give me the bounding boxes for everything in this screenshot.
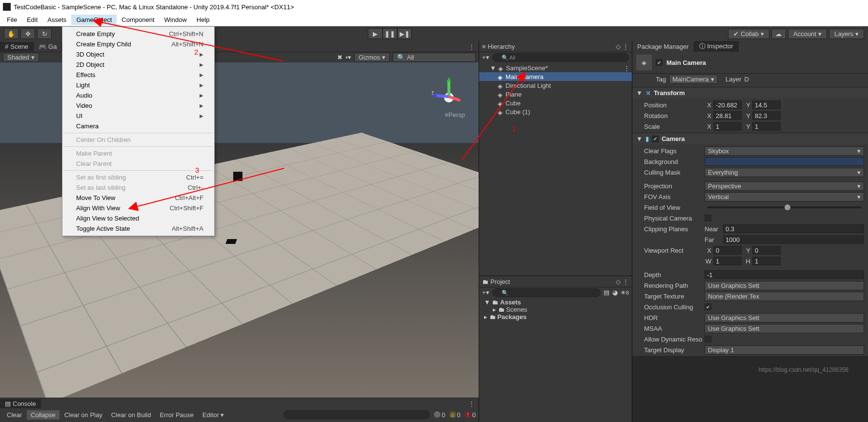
physical-camera-checkbox[interactable]	[705, 215, 711, 221]
move-tool-button[interactable]: ✥	[20, 28, 35, 39]
menu-item-move-to-view[interactable]: Move To ViewCtrl+Alt+F	[62, 193, 214, 203]
hierarchy-add-button[interactable]: +▾	[482, 54, 489, 61]
collab-dropdown[interactable]: ✔ Collab ▾	[728, 29, 769, 39]
menu-item-create-empty[interactable]: Create EmptyCtrl+Shift+N	[62, 29, 214, 39]
rotate-tool-button[interactable]: ↻	[37, 28, 52, 39]
menu-item-create-empty-child[interactable]: Create Empty ChildAlt+Shift+N	[62, 39, 214, 49]
hierarchy-scene-row[interactable]: ▼◈SampleScene*⋮	[479, 63, 632, 72]
project-hidden-button[interactable]: ◕	[612, 289, 618, 296]
menu-item-align-with-view[interactable]: Align With ViewCtrl+Shift+F	[62, 203, 214, 213]
tab-package-manager[interactable]: Package Manager	[632, 42, 694, 51]
menu-item-toggle-active-state[interactable]: Toggle Active StateAlt+Shift+A	[62, 223, 214, 234]
tab-game[interactable]: 🎮 Ga	[34, 42, 62, 51]
viewport-y-input[interactable]: 0	[752, 246, 781, 255]
project-row-assets[interactable]: ▼ 🖿 Assets	[479, 299, 632, 306]
menu-item-3d-object[interactable]: 3D Object▶	[62, 49, 214, 60]
hierarchy-menu-icon[interactable]: ⋮	[623, 43, 629, 50]
viewport-h-input[interactable]: 1	[752, 257, 781, 265]
console-collapse-button[interactable]: Collapse	[27, 410, 60, 420]
depth-input[interactable]: -1	[705, 270, 864, 279]
tab-scene[interactable]: # Scene	[0, 42, 34, 51]
layer-value[interactable]: D	[745, 76, 749, 83]
tab-console[interactable]: ▤ Console	[0, 399, 41, 408]
console-clear-play-button[interactable]: Clear on Play	[61, 410, 106, 420]
project-filter-button[interactable]: ▤	[604, 289, 609, 296]
orientation-gizmo[interactable]: z	[432, 72, 466, 106]
project-add-button[interactable]: +▾	[482, 289, 489, 296]
console-clear-build-button[interactable]: Clear on Build	[107, 410, 155, 420]
culling-mask-dropdown[interactable]: Everything▾	[705, 168, 864, 177]
scene-search[interactable]: 🔍 All	[393, 53, 476, 62]
gizmos-dropdown[interactable]: Gizmos ▾	[354, 53, 390, 62]
target-texture-field[interactable]: None (Render Tex	[705, 292, 864, 301]
menu-item-2d-object[interactable]: 2D Object▶	[62, 60, 214, 70]
project-row-packages[interactable]: ▸ 🖿 Packages	[479, 313, 632, 321]
tab-menu-icon[interactable]: ⋮	[464, 43, 479, 50]
menu-item-effects[interactable]: Effects▶	[62, 70, 214, 80]
hierarchy-lock-icon[interactable]: ◇	[616, 43, 621, 50]
menu-help[interactable]: Help	[192, 15, 215, 25]
hierarchy-row-main-camera[interactable]: ◈Main Camera	[479, 72, 632, 81]
hierarchy-search[interactable]: 🔍 All	[492, 53, 629, 62]
active-checkbox[interactable]: ✔	[656, 59, 663, 66]
tag-dropdown[interactable]: MainCamera▾	[669, 75, 718, 84]
scale-y-input[interactable]: 1	[752, 122, 781, 131]
gameobject-icon[interactable]: ◈	[636, 55, 652, 70]
background-color[interactable]	[705, 157, 864, 166]
console-info-count[interactable]: ⓘ0	[434, 411, 445, 419]
menu-file[interactable]: File	[2, 15, 22, 25]
console-err-count[interactable]: !0	[464, 411, 476, 419]
rotation-y-input[interactable]: 82.3	[752, 111, 781, 120]
menu-assets[interactable]: Assets	[42, 15, 71, 25]
menu-item-ui[interactable]: UI▶	[62, 111, 214, 121]
shading-dropdown[interactable]: Shaded ▾	[3, 53, 39, 62]
console-warn-count[interactable]: ⚠0	[449, 411, 461, 419]
rotation-x-input[interactable]: 28.81	[713, 111, 742, 120]
hand-tool-button[interactable]: ✋	[4, 28, 19, 39]
position-x-input[interactable]: -20.682	[713, 100, 742, 109]
pause-button[interactable]: ❚❚	[383, 28, 397, 39]
menu-item-video[interactable]: Video▶	[62, 100, 214, 111]
menu-item-light[interactable]: Light▶	[62, 80, 214, 90]
rendering-path-dropdown[interactable]: Use Graphics Sett	[705, 281, 864, 290]
transform-header[interactable]: ▼ ⤨ Transform	[632, 87, 868, 99]
project-search[interactable]: 🔍	[492, 288, 601, 297]
scene-row-menu[interactable]: ⋮	[624, 64, 630, 72]
layers-dropdown[interactable]: Layers ▾	[829, 29, 864, 39]
hierarchy-row-directional-light[interactable]: ◈Directional Light	[479, 81, 632, 90]
hdr-dropdown[interactable]: Use Graphics Sett	[705, 313, 864, 322]
msaa-dropdown[interactable]: Use Graphics Sett	[705, 324, 864, 333]
fov-slider[interactable]	[707, 206, 861, 208]
menu-gameobject[interactable]: GameObject	[71, 15, 117, 25]
viewport-x-input[interactable]: 0	[713, 246, 742, 255]
menu-item-align-view-to-selected[interactable]: Align View to Selected	[62, 213, 214, 223]
hierarchy-row-plane[interactable]: ◈Plane	[479, 90, 632, 99]
projection-dropdown[interactable]: Perspective▾	[705, 181, 864, 191]
project-row-scenes[interactable]: ▸ 🖿 Scenes	[479, 306, 632, 313]
account-dropdown[interactable]: Account ▾	[788, 29, 827, 39]
menu-window[interactable]: Window	[160, 15, 192, 25]
menu-item-audio[interactable]: Audio▶	[62, 90, 214, 100]
cloud-button[interactable]: ☁	[771, 29, 786, 39]
step-button[interactable]: ▶❚	[397, 28, 412, 39]
menu-component[interactable]: Component	[117, 15, 159, 25]
camera-header[interactable]: ▼ ▮ ✔ Camera	[632, 133, 868, 144]
tab-inspector[interactable]: ⓘ Inspector	[694, 41, 739, 52]
far-clip-input[interactable]: 1000	[723, 235, 864, 244]
dynamic-reso-checkbox[interactable]	[705, 336, 711, 342]
gameobject-name[interactable]: Main Camera	[666, 59, 706, 66]
console-editor-dropdown[interactable]: Editor ▾	[199, 410, 228, 420]
target-display-dropdown[interactable]: Display 1	[705, 345, 864, 355]
project-lock-icon[interactable]: ◇	[616, 278, 621, 285]
scale-x-input[interactable]: 1	[713, 122, 742, 131]
viewport-w-input[interactable]: 1	[713, 257, 742, 265]
console-search[interactable]	[283, 410, 430, 419]
fov-axis-dropdown[interactable]: Vertical▾	[705, 192, 864, 201]
hierarchy-row-cube-1[interactable]: ◈Cube (1)	[479, 107, 632, 116]
position-y-input[interactable]: 14.5	[752, 100, 781, 109]
project-menu-icon[interactable]: ⋮	[623, 278, 629, 285]
console-menu-icon[interactable]: ⋮	[464, 400, 479, 407]
menu-edit[interactable]: Edit	[22, 15, 42, 25]
console-clear-button[interactable]: Clear	[3, 410, 26, 420]
near-clip-input[interactable]: 0.3	[723, 224, 864, 233]
